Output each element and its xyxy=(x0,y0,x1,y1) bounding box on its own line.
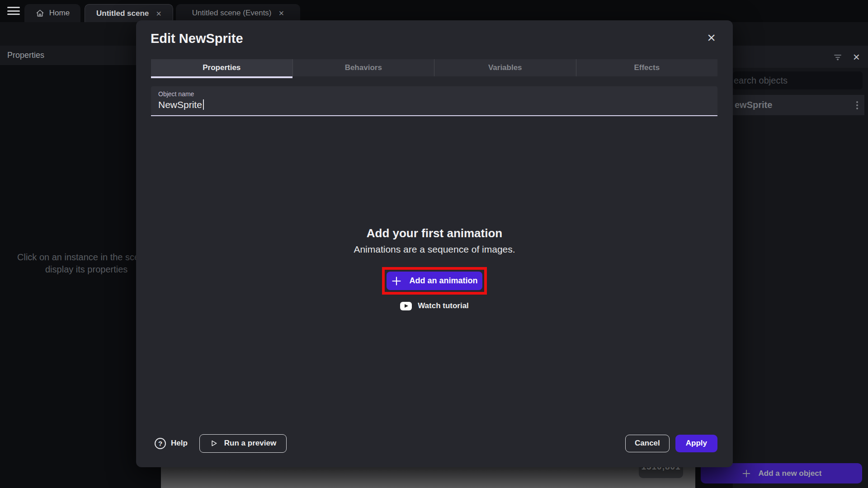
properties-panel-title: Properties xyxy=(7,51,44,60)
properties-empty-text-line1: Click on an instance in the sce xyxy=(17,252,139,263)
dialog-title: Edit NewSprite xyxy=(151,31,243,46)
objects-panel-header: × xyxy=(733,46,868,68)
app-window: Home Untitled scene × Untitled scene (Ev… xyxy=(0,0,868,488)
tab-properties[interactable]: Properties xyxy=(151,59,292,76)
text-caret xyxy=(203,99,204,110)
close-dialog-icon[interactable]: × xyxy=(707,30,716,45)
add-animation-label: Add an animation xyxy=(409,276,477,286)
add-animation-button[interactable]: Add an animation xyxy=(387,272,482,290)
youtube-icon xyxy=(400,302,412,310)
object-name-value: NewSprite xyxy=(158,99,710,110)
play-icon xyxy=(210,439,218,448)
watch-tutorial-label: Watch tutorial xyxy=(418,301,469,310)
tab-events-label: Untitled scene (Events) xyxy=(192,9,272,18)
home-icon xyxy=(35,9,45,18)
tab-behaviors-label: Behaviors xyxy=(345,63,382,72)
cancel-label: Cancel xyxy=(635,439,660,448)
tab-effects-label: Effects xyxy=(634,63,660,72)
help-button[interactable]: ? Help xyxy=(151,438,188,449)
empty-state-subheading: Animations are a sequence of images. xyxy=(136,244,733,255)
run-preview-button[interactable]: Run a preview xyxy=(199,434,287,453)
scene-canvas[interactable] xyxy=(161,465,695,488)
tab-scene-label: Untitled scene xyxy=(96,9,149,18)
tab-variables[interactable]: Variables xyxy=(434,59,576,76)
menu-icon[interactable] xyxy=(7,5,20,16)
watch-tutorial-link[interactable]: Watch tutorial xyxy=(136,301,733,310)
filter-icon[interactable] xyxy=(832,52,843,62)
tab-home-label: Home xyxy=(49,9,70,18)
plus-icon xyxy=(391,276,402,286)
dialog-footer: ? Help Run a preview Cancel Apply xyxy=(151,432,717,454)
add-new-object-label: Add a new object xyxy=(759,469,822,478)
cancel-button[interactable]: Cancel xyxy=(625,435,670,452)
top-bar: Home Untitled scene × Untitled scene (Ev… xyxy=(0,0,868,22)
question-mark-icon: ? xyxy=(155,438,166,449)
apply-button[interactable]: Apply xyxy=(675,435,717,452)
object-name-label: Object name xyxy=(158,90,710,98)
search-objects-placeholder: earch objects xyxy=(733,75,788,86)
highlight-rectangle: Add an animation xyxy=(382,267,487,295)
close-panel-icon[interactable]: × xyxy=(853,51,860,63)
dialog-tabs: Properties Behaviors Variables Effects xyxy=(151,59,717,76)
object-name-field[interactable]: Object name NewSprite xyxy=(151,86,717,116)
plus-icon xyxy=(741,469,751,479)
close-tab-icon[interactable]: × xyxy=(156,9,161,18)
object-item-menu-icon[interactable] xyxy=(855,100,859,110)
animations-empty-state: Add your first animation Animations are … xyxy=(136,226,733,310)
apply-label: Apply xyxy=(686,439,707,448)
run-preview-label: Run a preview xyxy=(224,439,276,448)
tab-behaviors[interactable]: Behaviors xyxy=(292,59,434,76)
tab-effects[interactable]: Effects xyxy=(576,59,718,76)
tab-variables-label: Variables xyxy=(488,63,522,72)
tab-untitled-scene-events[interactable]: Untitled scene (Events) × xyxy=(176,4,300,22)
empty-state-heading: Add your first animation xyxy=(136,226,733,240)
search-objects-input[interactable]: earch objects xyxy=(733,71,863,89)
properties-empty-text-line2: display its properties xyxy=(45,264,127,275)
close-tab-icon[interactable]: × xyxy=(279,9,284,18)
edit-object-dialog: Edit NewSprite × Properties Behaviors Va… xyxy=(136,20,733,467)
object-item-label: ewSprite xyxy=(735,100,772,110)
tab-home[interactable]: Home xyxy=(24,4,80,22)
project-tabs: Home Untitled scene × Untitled scene (Ev… xyxy=(24,4,300,22)
tab-untitled-scene[interactable]: Untitled scene × xyxy=(85,4,173,22)
help-label: Help xyxy=(171,439,188,448)
object-list-item[interactable]: ewSprite xyxy=(733,95,864,115)
tab-properties-label: Properties xyxy=(203,63,241,72)
